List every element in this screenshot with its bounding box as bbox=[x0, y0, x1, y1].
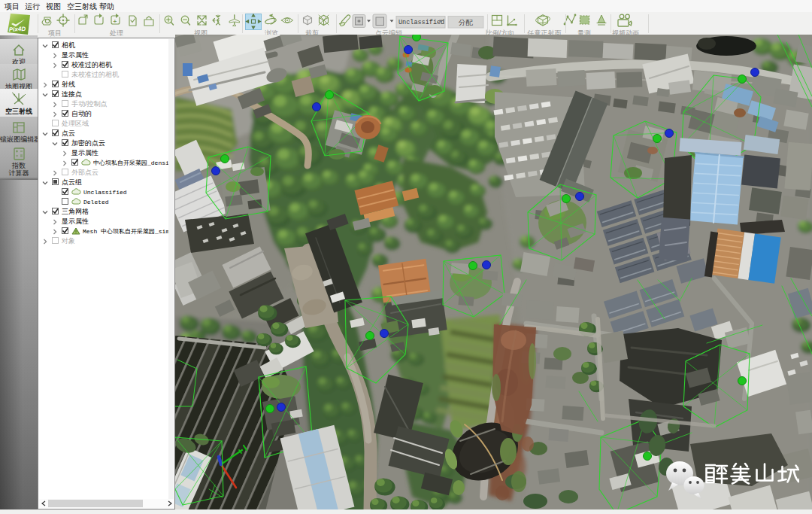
svg-text:+: + bbox=[114, 18, 117, 25]
svg-text:分配: 分配 bbox=[458, 18, 474, 26]
svg-text:Unclassified: Unclassified bbox=[398, 19, 444, 26]
